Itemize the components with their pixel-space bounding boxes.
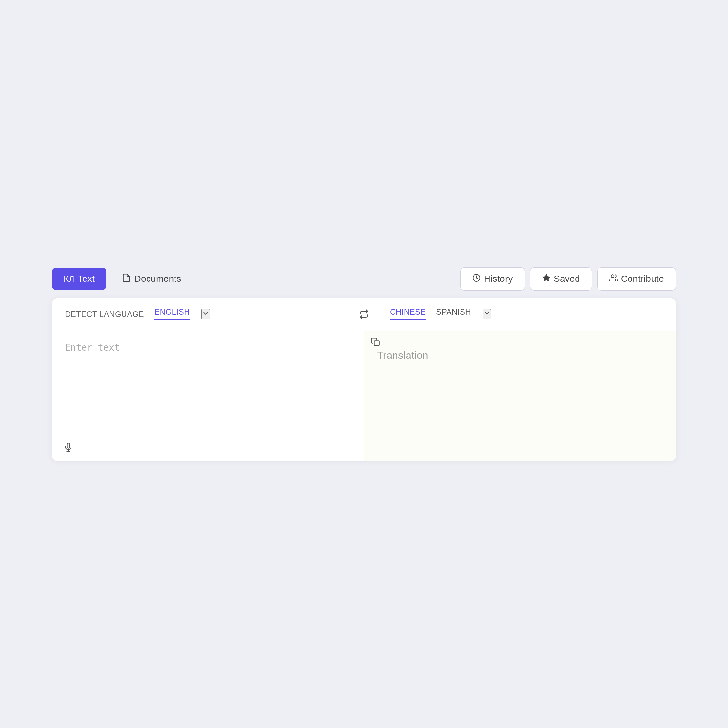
contribute-label: Contribute <box>621 274 664 284</box>
top-bar: КЛ Text Documents <box>52 268 676 291</box>
tab-group: КЛ Text Documents <box>52 268 193 291</box>
app-container: КЛ Text Documents <box>52 268 676 461</box>
target-chinese-underline <box>390 319 426 320</box>
translation-panel: DETECT LANGUAGE ENGLISH <box>52 298 676 461</box>
target-language-header: CHINESE SPANISH <box>377 298 676 330</box>
target-spanish-tab[interactable]: SPANISH <box>436 307 471 321</box>
contribute-icon <box>609 274 618 284</box>
source-english-tab[interactable]: ENGLISH <box>154 307 190 321</box>
svg-rect-5 <box>374 341 379 346</box>
target-language-dropdown[interactable] <box>483 309 491 320</box>
swap-languages-button[interactable] <box>359 309 369 319</box>
history-label: History <box>484 274 513 284</box>
target-spanish-label: SPANISH <box>436 307 471 319</box>
source-text-input[interactable] <box>65 341 351 431</box>
translation-output: Translation <box>377 341 663 364</box>
target-chinese-label: CHINESE <box>390 307 426 319</box>
history-icon <box>472 274 481 284</box>
panel-header: DETECT LANGUAGE ENGLISH <box>52 298 676 331</box>
svg-marker-1 <box>543 274 550 281</box>
panel-body: Translation <box>52 331 676 461</box>
star-icon <box>542 274 551 284</box>
saved-button[interactable]: Saved <box>530 268 592 291</box>
saved-label: Saved <box>554 274 580 284</box>
tab-documents-label: Documents <box>134 274 181 284</box>
document-icon <box>122 273 131 285</box>
text-translate-icon: КЛ <box>64 274 75 284</box>
source-input-area <box>52 331 364 461</box>
tab-text-label: Text <box>78 274 95 284</box>
source-english-label: ENGLISH <box>154 307 190 319</box>
target-chinese-tab[interactable]: CHINESE <box>390 307 426 321</box>
swap-divider <box>351 298 377 330</box>
source-language-dropdown[interactable] <box>202 309 210 320</box>
source-language-header: DETECT LANGUAGE ENGLISH <box>52 298 351 330</box>
tab-text[interactable]: КЛ Text <box>52 268 106 290</box>
contribute-button[interactable]: Contribute <box>597 268 676 291</box>
svg-point-2 <box>611 275 614 278</box>
detect-language-option[interactable]: DETECT LANGUAGE <box>65 310 144 319</box>
history-button[interactable]: History <box>460 268 525 291</box>
tab-documents[interactable]: Documents <box>110 268 193 291</box>
target-spanish-underline <box>436 319 471 320</box>
copy-translation-button[interactable] <box>371 337 380 346</box>
target-translation-area: Translation <box>364 331 676 461</box>
microphone-button[interactable] <box>64 443 73 452</box>
source-english-underline <box>154 319 190 320</box>
action-group: History Saved <box>460 268 676 291</box>
